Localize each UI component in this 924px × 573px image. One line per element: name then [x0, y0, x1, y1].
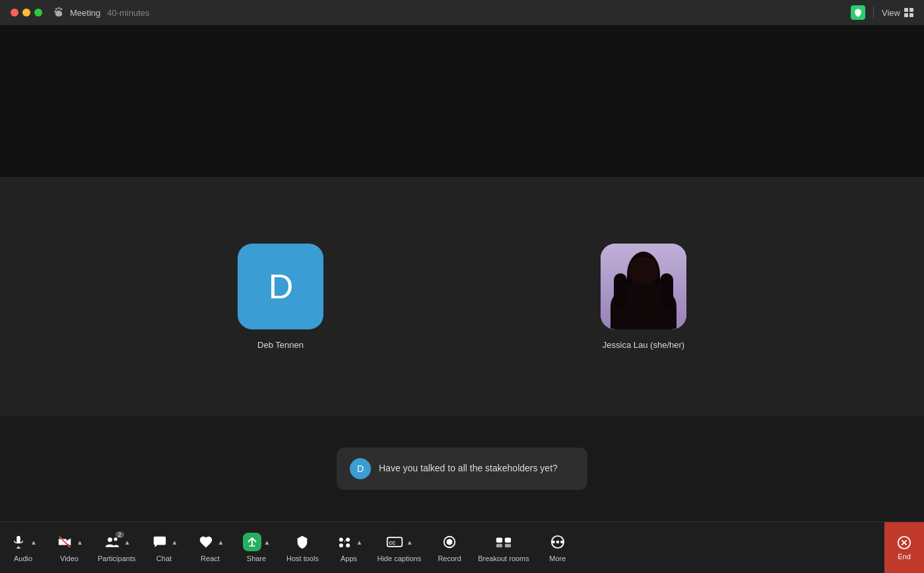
top-strip	[0, 25, 924, 177]
svg-text:CC: CC	[389, 541, 395, 545]
react-button[interactable]: ▲ React	[187, 522, 233, 573]
microphone-icon	[9, 533, 28, 551]
end-button[interactable]: End	[884, 522, 924, 574]
more-label: More	[549, 555, 566, 562]
meeting-title: Meeting	[70, 8, 100, 18]
react-label: React	[201, 555, 220, 562]
audio-controls: ▲	[9, 533, 37, 551]
participants-icon: 2	[103, 533, 121, 551]
video-button[interactable]: ▲ Video	[46, 522, 92, 573]
chat-sender-avatar: D	[350, 458, 371, 479]
svg-point-18	[447, 539, 451, 544]
svg-point-23	[552, 541, 554, 543]
share-button[interactable]: ▲ Share	[233, 522, 279, 573]
participants-button[interactable]: 2 ▲ Participants	[92, 522, 141, 573]
video-label: Video	[60, 555, 79, 562]
svg-point-13	[339, 543, 343, 547]
chat-area: D Have you talked to all the stakeholder…	[0, 416, 924, 522]
apps-button[interactable]: ▲ Apps	[325, 522, 372, 573]
participant-tile-deb: D Deb Tennen	[238, 244, 323, 350]
participants-controls: 2 ▲	[103, 533, 131, 551]
svg-point-14	[346, 543, 350, 547]
traffic-lights	[11, 9, 42, 17]
host-tools-icon	[293, 533, 312, 551]
apps-controls: ▲	[335, 533, 363, 551]
apps-icon	[335, 533, 354, 551]
chat-bubble: D Have you talked to all the stakeholder…	[337, 448, 587, 490]
captions-icon: CC	[385, 533, 404, 551]
end-icon	[897, 535, 911, 550]
view-grid-icon	[904, 8, 913, 17]
hide-captions-label: Hide captions	[377, 555, 421, 562]
toolbar: ▲ Audio ▲ Video	[0, 522, 924, 573]
audio-button[interactable]: ▲ Audio	[0, 522, 46, 573]
share-icon	[243, 533, 261, 551]
share-label: Share	[247, 555, 266, 562]
svg-rect-19	[496, 538, 502, 543]
title-divider	[873, 7, 874, 18]
audio-chevron[interactable]: ▲	[30, 539, 37, 546]
participants-chevron[interactable]: ▲	[124, 539, 131, 546]
captions-controls: CC ▲	[385, 533, 413, 551]
participant-avatar-jessica	[601, 244, 686, 329]
minimize-button[interactable]	[22, 9, 30, 17]
toolbar-items: ▲ Audio ▲ Video	[0, 522, 884, 573]
svg-rect-20	[505, 538, 511, 543]
video-chevron[interactable]: ▲	[77, 539, 83, 546]
svg-point-9	[114, 537, 117, 541]
captions-chevron[interactable]: ▲	[407, 539, 413, 546]
view-button[interactable]: View	[882, 8, 913, 18]
participant-initial-deb: D	[269, 267, 293, 306]
video-controls: ▲	[55, 533, 83, 551]
record-label: Record	[438, 555, 461, 562]
share-btn-bg	[243, 533, 261, 551]
title-bar: Meeting 40-minutes View	[0, 0, 924, 25]
chat-message-text: Have you talked to all the stakeholders …	[379, 458, 558, 475]
close-button[interactable]	[11, 9, 18, 17]
chat-icon	[150, 533, 169, 551]
hide-captions-button[interactable]: CC ▲ Hide captions	[372, 522, 426, 573]
participants-area: D Deb Tennen	[0, 177, 924, 416]
svg-point-1	[58, 7, 60, 9]
maximize-button[interactable]	[34, 9, 42, 17]
share-controls: ▲	[243, 533, 271, 551]
record-button[interactable]: Record	[426, 522, 473, 573]
react-controls: ▲	[197, 533, 224, 551]
participants-label: Participants	[98, 555, 135, 562]
host-tools-button[interactable]: Host tools	[279, 522, 325, 573]
share-chevron[interactable]: ▲	[264, 539, 271, 546]
chat-chevron[interactable]: ▲	[172, 539, 178, 546]
jessica-photo	[601, 244, 686, 329]
more-button[interactable]: More	[535, 522, 581, 573]
participant-avatar-deb: D	[238, 244, 323, 329]
react-chevron[interactable]: ▲	[218, 539, 224, 546]
record-icon	[440, 533, 459, 551]
app-container: Meeting 40-minutes View D	[0, 0, 924, 573]
security-shield-icon[interactable]	[851, 5, 865, 20]
chat-button[interactable]: ▲ Chat	[141, 522, 187, 573]
meeting-duration: 40-minutes	[107, 8, 149, 18]
svg-rect-21	[496, 544, 502, 548]
zoom-icon	[53, 7, 65, 18]
breakout-rooms-label: Breakout rooms	[478, 555, 529, 562]
svg-rect-4	[16, 536, 20, 543]
apps-chevron[interactable]: ▲	[356, 539, 363, 546]
participant-name-jessica: Jessica Lau (she/her)	[603, 340, 684, 350]
apps-label: Apps	[341, 555, 357, 562]
svg-point-11	[339, 538, 343, 542]
react-icon	[197, 533, 215, 551]
svg-point-0	[55, 8, 57, 10]
chat-label: Chat	[156, 555, 172, 562]
more-icon	[548, 533, 567, 551]
title-bar-right: View	[851, 5, 913, 20]
video-camera-icon	[55, 533, 74, 551]
breakout-rooms-button[interactable]: Breakout rooms	[473, 522, 535, 573]
participant-tile-jessica: Jessica Lau (she/her)	[601, 244, 686, 350]
svg-rect-22	[505, 544, 511, 548]
chat-controls: ▲	[150, 533, 178, 551]
participant-name-deb: Deb Tennen	[257, 340, 304, 350]
title-bar-left: Meeting 40-minutes	[11, 7, 150, 18]
audio-label: Audio	[14, 555, 32, 562]
end-label: End	[898, 553, 911, 560]
svg-point-2	[60, 8, 62, 10]
